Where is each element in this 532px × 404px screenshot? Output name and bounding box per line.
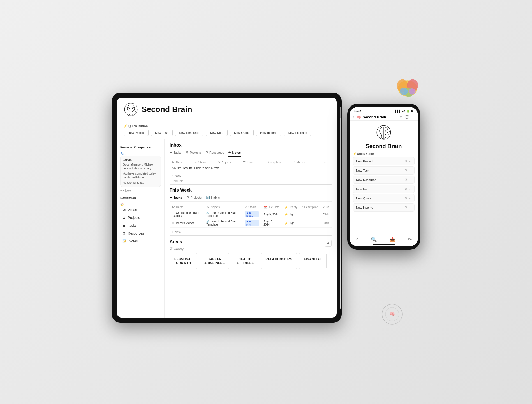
week-tasks-label: Tasks: [174, 196, 182, 199]
tab-notes[interactable]: ✏ Notes: [228, 151, 241, 157]
quick-btn-resource[interactable]: New Resource: [175, 130, 203, 136]
bottom-search-icon[interactable]: 🔍: [371, 237, 377, 243]
wcol-duedate: 📅 Due Date: [261, 205, 282, 210]
sidebar-item-notes[interactable]: 📝 Notes: [120, 238, 161, 245]
expand-btn[interactable]: +: [325, 240, 332, 247]
share-icon[interactable]: ⬆: [399, 115, 403, 119]
note-settings-icon[interactable]: ⚙: [404, 187, 407, 191]
project-icon-1: 🔗: [206, 212, 209, 214]
bottom-inbox-icon[interactable]: 📥: [389, 237, 395, 243]
phone-quick-new-resource[interactable]: New Resource ⚙ ···: [353, 176, 415, 184]
sidebar-emoji-toggle[interactable]: 🐾 ↓: [120, 152, 126, 155]
phone-bottom-nav: ⌂ 🔍 📥 ✏: [350, 234, 418, 244]
area-card-financial[interactable]: FINANCIAL: [299, 253, 327, 269]
quick-btn-income[interactable]: New Income: [256, 130, 281, 136]
sidebar-add-new[interactable]: + + New: [120, 189, 161, 192]
tab-projects[interactable]: ⚙ Projects: [186, 151, 201, 157]
col-name: Aa Name: [170, 160, 193, 165]
note-more-icon[interactable]: ···: [409, 187, 411, 191]
area-card-relationships[interactable]: RELATIONSHIPS: [261, 253, 297, 269]
resource-more-icon[interactable]: ···: [409, 178, 411, 182]
projects-label: Projects: [128, 216, 140, 220]
task-more-icon[interactable]: ···: [409, 169, 411, 172]
table-row: ⊞ Record Videos 🔗 Launch Second Brain Te…: [170, 219, 332, 228]
area-card-health-fitness[interactable]: HEALTH& FITNESS: [232, 253, 258, 269]
tablet: Second Brain ⚡ Quick Button New Project …: [112, 93, 342, 323]
resources-tab-icon: ⚙: [205, 151, 208, 154]
task-status-2: ● In prog...: [242, 219, 261, 228]
more-dots-icon[interactable]: ···: [409, 160, 411, 163]
phone-new-quote-label: New Quote: [356, 197, 371, 200]
more-icon[interactable]: ···: [411, 115, 415, 119]
status-badge-1: ● In prog...: [245, 211, 259, 217]
task-settings-icon[interactable]: ⚙: [404, 169, 407, 172]
chat-icon[interactable]: 💬: [405, 115, 409, 119]
nav-emoji-toggle[interactable]: 🧭 ↓: [120, 203, 126, 206]
task-action-2[interactable]: Click: [320, 219, 332, 228]
phone-quick-new-quote[interactable]: New Quote ⚙ ···: [353, 194, 415, 202]
tasks-icon: ☰: [122, 224, 126, 228]
sidebar-item-resources[interactable]: ⚙ Resources: [120, 230, 161, 237]
this-week-title: This Week: [170, 188, 332, 193]
tasks-label: Tasks: [128, 224, 137, 228]
bottom-edit-icon[interactable]: ✏: [408, 237, 412, 243]
phone-quick-new-project[interactable]: New Project ⚙ ···: [353, 157, 415, 165]
sidebar-item-areas[interactable]: 🗂 Areas: [120, 206, 161, 214]
week-tab-projects[interactable]: ⚙ Projects: [186, 196, 202, 201]
week-scrollbar: [170, 235, 332, 236]
priority-badge-2: ⚡ High: [284, 222, 297, 225]
back-button[interactable]: ‹: [353, 115, 354, 119]
settings-icon[interactable]: ⚙: [404, 159, 407, 163]
bottom-home-icon[interactable]: ⌂: [356, 237, 359, 243]
sidebar-item-projects[interactable]: ⚙ Projects: [120, 214, 161, 221]
income-settings-icon[interactable]: ⚙: [404, 206, 407, 209]
week-add-new[interactable]: + New: [170, 229, 332, 235]
phone-nav-title: 🧠 Second Brain: [357, 115, 397, 119]
phone-quick-new-income[interactable]: New Income ⚙ ···: [353, 203, 415, 212]
areas-label: Areas: [128, 208, 137, 212]
week-tab-habits[interactable]: 🔄 Habits: [206, 196, 220, 201]
scrollbar-thumb[interactable]: [340, 107, 341, 118]
notes-tab-label: Notes: [232, 151, 241, 154]
col-add[interactable]: +: [313, 160, 322, 165]
tasks-tab-icon: ☰: [170, 151, 172, 154]
scrollbar-track[interactable]: [340, 107, 341, 309]
week-tab-tasks[interactable]: ☰ Tasks: [170, 196, 182, 201]
task-icon-2: ⊞: [172, 222, 174, 225]
quote-settings-icon[interactable]: ⚙: [404, 196, 407, 200]
sidebar-item-tasks[interactable]: ☰ Tasks: [120, 222, 161, 229]
battery-icon: 🔋: [406, 110, 410, 113]
phone-quick-new-task[interactable]: New Task ⚙ ···: [353, 166, 415, 175]
tab-resources[interactable]: ⚙ Resources: [205, 151, 224, 157]
quick-btn-expense[interactable]: New Expense: [284, 130, 311, 136]
projects-tab-label: Projects: [190, 151, 201, 154]
resource-settings-icon[interactable]: ⚙: [404, 178, 407, 182]
col-more[interactable]: ···: [322, 160, 332, 165]
quote-more-icon[interactable]: ···: [409, 197, 411, 200]
areas-title: Areas: [170, 239, 182, 244]
week-plus-icon: +: [172, 230, 174, 234]
phone-new-income-actions: ⚙ ···: [404, 206, 411, 209]
task-name-2: ⊞ Record Videos: [170, 219, 204, 228]
phone-main-title: Second Brain: [353, 143, 415, 150]
quick-button-bar: ⚡ Quick Button New Project New Task New …: [117, 121, 337, 139]
area-card-personal-growth[interactable]: PERSONALGROWTH: [170, 253, 197, 269]
tab-tasks[interactable]: ☰ Tasks: [170, 151, 181, 157]
income-more-icon[interactable]: ···: [409, 206, 411, 209]
calculate-btn[interactable]: Calculate ↓: [170, 178, 332, 184]
scene: Second Brain ⚡ Quick Button New Project …: [112, 76, 420, 328]
quick-btn-note[interactable]: New Note: [206, 130, 228, 136]
inbox-section: Inbox ☰ Tasks ⚙ Projects ⚙: [170, 143, 332, 185]
wcol-priority: ⚡ Priority: [282, 205, 300, 210]
inbox-add-new[interactable]: + New: [170, 173, 332, 178]
area-card-career-business[interactable]: CAREER& BUSINESS: [200, 253, 229, 269]
quick-btn-task[interactable]: New Task: [151, 130, 172, 136]
sidebar: Personal Companion 🐾 ↓ Jarvis Good after…: [117, 139, 165, 318]
quick-btn-project[interactable]: New Project: [124, 130, 149, 136]
quick-btn-quote[interactable]: New Quote: [230, 130, 254, 136]
areas-section: Areas + 🖼 Gallery PERSONALGROWTH CAREER&…: [170, 239, 332, 269]
project-icon-2: 🔗: [206, 220, 209, 223]
phone-new-resource-label: New Resource: [356, 178, 376, 182]
task-action-1[interactable]: Click: [320, 210, 332, 219]
phone-quick-new-note[interactable]: New Note ⚙ ···: [353, 185, 415, 193]
